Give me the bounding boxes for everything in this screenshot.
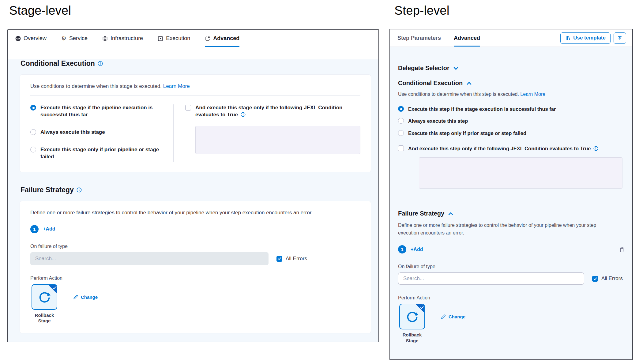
execution-icon <box>158 36 163 41</box>
radio-unselected-icon <box>398 130 404 136</box>
delete-strategy-button[interactable] <box>619 247 624 252</box>
failure-strategy-title: Failure Strategy <box>398 210 444 217</box>
radio-option-label: Execute this step only if prior stage or… <box>408 130 526 137</box>
conditional-execution-description-text: Use conditions to determine when this st… <box>398 92 519 97</box>
change-action-link[interactable]: Change <box>73 295 98 300</box>
delegate-selector-title: Delegate Selector <box>398 65 449 72</box>
conditional-execution-description: Use conditions to determine when this st… <box>398 92 624 97</box>
save-as-template-button[interactable] <box>614 32 626 44</box>
info-icon[interactable] <box>77 187 82 193</box>
info-icon[interactable] <box>593 146 598 151</box>
overview-icon <box>15 36 21 41</box>
learn-more-link[interactable]: Learn More <box>163 83 190 89</box>
jexl-condition-input[interactable] <box>195 126 360 154</box>
check-icon <box>420 305 424 310</box>
stage-advanced-content: Conditional Execution Use conditions to … <box>8 59 378 342</box>
radio-option-label: Execute this step if the stage execution… <box>408 106 556 112</box>
radio-option-success[interactable]: Execute this step if the stage execution… <box>398 106 624 112</box>
radio-unselected-icon <box>398 118 404 124</box>
radio-option-failed[interactable]: Execute this step only if prior stage or… <box>398 130 624 137</box>
all-errors-label: All Errors <box>286 256 307 262</box>
radio-selected-icon <box>398 106 404 112</box>
use-template-button[interactable]: Use template <box>560 32 611 44</box>
pencil-icon <box>73 295 78 300</box>
radio-option-label: Always execute this stage <box>40 129 105 136</box>
checkbox-unchecked-icon <box>398 145 404 151</box>
header-actions: Use template <box>560 29 626 47</box>
tab-overview[interactable]: Overview <box>15 30 47 47</box>
checkbox-checked-icon <box>592 276 598 282</box>
infrastructure-icon <box>102 36 108 41</box>
radio-option-always[interactable]: Always execute this step <box>398 118 624 124</box>
template-library-icon <box>565 36 570 41</box>
change-action-link[interactable]: Change <box>441 314 465 319</box>
selected-action: Rollback Stage <box>30 284 58 324</box>
strategy-count-badge[interactable]: 1 <box>398 245 406 253</box>
perform-action-label: Perform Action <box>30 276 360 281</box>
radio-option-always[interactable]: Always execute this stage <box>30 129 162 136</box>
failure-strategy-title: Failure Strategy <box>21 186 74 194</box>
radio-unselected-icon <box>30 129 36 135</box>
conditional-execution-card: Use conditions to determine when this st… <box>20 74 371 172</box>
on-failure-label: On failure of type <box>30 244 360 249</box>
gear-icon: ⚙ <box>61 36 66 41</box>
add-strategy-button[interactable]: +Add <box>43 226 55 232</box>
radio-option-label: Execute this stage if the pipeline execu… <box>40 104 160 118</box>
step-level-heading: Step-level <box>394 4 449 17</box>
perform-action-label: Perform Action <box>398 295 624 301</box>
rollback-stage-action-card[interactable] <box>399 304 425 329</box>
pencil-icon <box>441 314 446 319</box>
tab-advanced-step[interactable]: Advanced <box>454 29 480 47</box>
radio-option-success[interactable]: Execute this stage if the pipeline execu… <box>30 104 162 118</box>
tab-step-parameters[interactable]: Step Parameters <box>397 29 441 47</box>
tab-advanced-label: Advanced <box>213 35 239 42</box>
tab-step-parameters-label: Step Parameters <box>397 35 441 41</box>
change-label: Change <box>449 314 465 319</box>
checkbox-checked-icon <box>276 256 282 262</box>
checkbox-unchecked-icon <box>185 105 191 111</box>
check-icon <box>52 285 56 291</box>
stage-level-heading: Stage-level <box>9 4 71 17</box>
strategy-count-badge[interactable]: 1 <box>30 225 39 233</box>
failure-strategy-toggle[interactable]: Failure Strategy <box>398 210 624 217</box>
failure-strategy-card: Define one or more failure strategies to… <box>20 201 371 334</box>
conditional-execution-title: Conditional Execution <box>21 59 95 68</box>
learn-more-link[interactable]: Learn More <box>520 92 545 97</box>
step-tabbar: Step Parameters Advanced Use template <box>390 29 632 47</box>
jexl-checkbox-row[interactable]: And execute this stage only if the follo… <box>185 104 360 118</box>
use-template-label: Use template <box>573 35 606 41</box>
action-name-caption: Rollback Stage <box>30 313 58 324</box>
info-icon[interactable] <box>98 61 103 66</box>
failure-type-search-input[interactable] <box>30 252 269 265</box>
chevron-up-icon <box>448 212 453 216</box>
upload-icon <box>617 36 622 41</box>
stage-tabbar: Overview ⚙ Service Infrastructure Execut… <box>8 30 378 47</box>
all-errors-label: All Errors <box>601 276 623 282</box>
tab-execution[interactable]: Execution <box>158 30 190 47</box>
rollback-stage-action-card[interactable] <box>32 284 57 310</box>
all-errors-checkbox-row[interactable]: All Errors <box>276 256 307 262</box>
step-advanced-panel: Step Parameters Advanced Use template <box>389 29 633 360</box>
tab-infrastructure[interactable]: Infrastructure <box>102 30 143 47</box>
tab-service-label: Service <box>69 35 88 42</box>
info-icon[interactable] <box>241 112 246 117</box>
failure-type-search-input[interactable] <box>398 272 584 285</box>
conditional-execution-description-text: Use conditions to determine when this st… <box>30 83 162 89</box>
radio-unselected-icon <box>30 147 36 152</box>
tab-service[interactable]: ⚙ Service <box>61 30 88 47</box>
conditional-execution-title-row: Conditional Execution <box>21 59 378 68</box>
failure-strategy-description: Define one or more failure strategies to… <box>30 210 360 216</box>
divider <box>30 96 360 96</box>
delegate-selector-toggle[interactable]: Delegate Selector <box>398 47 624 72</box>
tab-infrastructure-label: Infrastructure <box>111 35 143 42</box>
tab-overview-label: Overview <box>24 35 47 42</box>
tab-advanced[interactable]: Advanced <box>205 30 239 47</box>
radio-option-failed[interactable]: Execute this stage only if prior pipelin… <box>30 146 162 160</box>
radio-group-stage: Execute this stage if the pipeline execu… <box>30 104 174 162</box>
jexl-checkbox-row[interactable]: And execute this step only if the follow… <box>398 145 624 152</box>
jexl-condition-input[interactable] <box>419 157 622 189</box>
step-advanced-content: Delegate Selector Conditional Execution … <box>390 47 632 359</box>
all-errors-checkbox-row[interactable]: All Errors <box>592 276 623 282</box>
add-strategy-button[interactable]: +Add <box>411 247 423 252</box>
conditional-execution-toggle[interactable]: Conditional Execution <box>398 80 624 87</box>
